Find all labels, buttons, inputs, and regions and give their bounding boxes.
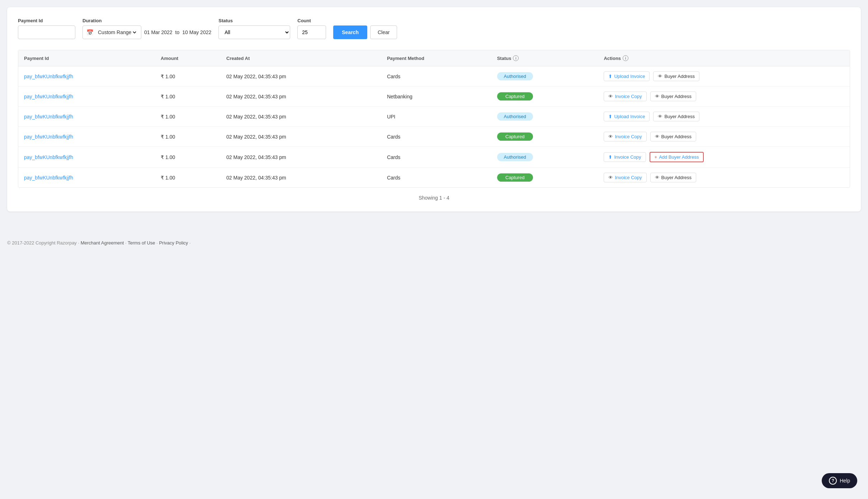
action2-button[interactable]: 👁 Buyer Address	[653, 112, 699, 121]
payment-id-link[interactable]: pay_bfwKUnbfkwfkjjfh	[24, 134, 73, 140]
cell-created-at: 02 May 2022, 04:35:43 pm	[221, 66, 381, 87]
eye-icon: 👁	[608, 94, 613, 99]
cell-created-at: 02 May 2022, 04:35:43 pm	[221, 127, 381, 147]
status-badge: Captured	[497, 173, 533, 182]
help-button[interactable]: ? Help	[822, 473, 857, 488]
cell-payment-id: pay_bfwKUnbfkwfkjjfh	[18, 127, 155, 147]
count-input[interactable]	[297, 25, 326, 39]
th-actions-label: Actions	[604, 56, 621, 61]
payments-table: Payment Id Amount Created At Payment Met…	[18, 50, 850, 187]
actions-wrapper: ⬆ Upload Invoice👁 Buyer Address	[604, 112, 844, 121]
status-info-icon[interactable]: i	[513, 55, 519, 61]
count-group: Count	[297, 18, 326, 39]
cell-payment-method: UPI	[381, 107, 491, 127]
footer-copyright: © 2017-2022 Copyright Razorpay ·	[7, 240, 81, 246]
status-label: Status	[218, 18, 290, 23]
table-row: pay_bfwKUnbfkwfkjjfh₹ 1.0002 May 2022, 0…	[18, 168, 850, 188]
eye-icon: 👁	[608, 134, 613, 139]
cell-payment-method: Cards	[381, 66, 491, 87]
payment-id-link[interactable]: pay_bfwKUnbfkwfkjjfh	[24, 175, 73, 181]
date-from: 01 Mar 2022	[144, 29, 173, 35]
actions-wrapper: 👁 Invoice Copy👁 Buyer Address	[604, 173, 844, 182]
duration-select-wrapper[interactable]: 📅 Custom Range	[82, 25, 141, 39]
table-row: pay_bfwKUnbfkwfkjjfh₹ 1.0002 May 2022, 0…	[18, 107, 850, 127]
cell-payment-id: pay_bfwKUnbfkwfkjjfh	[18, 107, 155, 127]
action1-button[interactable]: 👁 Invoice Copy	[604, 173, 646, 182]
cell-payment-method: Cards	[381, 168, 491, 188]
cell-payment-method: Cards	[381, 127, 491, 147]
action1-button[interactable]: ⬆ Upload Invoice	[604, 71, 650, 81]
payment-id-input[interactable]	[18, 25, 75, 39]
th-payment-method: Payment Method	[381, 50, 491, 66]
duration-wrapper: 📅 Custom Range 01 Mar 2022 to 10 May 202…	[82, 25, 211, 39]
cell-actions: ⬆ Invoice Copy+ Add Buyer Address	[598, 147, 850, 168]
cell-payment-id: pay_bfwKUnbfkwfkjjfh	[18, 87, 155, 107]
cell-created-at: 02 May 2022, 04:35:43 pm	[221, 87, 381, 107]
status-select[interactable]: All Authorised Captured Refunded Failed	[218, 25, 290, 39]
cell-payment-id: pay_bfwKUnbfkwfkjjfh	[18, 66, 155, 87]
action2-button[interactable]: 👁 Buyer Address	[650, 173, 697, 182]
action2-button[interactable]: + Add Buyer Address	[650, 152, 704, 162]
actions-info-icon[interactable]: i	[623, 55, 628, 61]
duration-label: Duration	[82, 18, 211, 23]
action2-button[interactable]: 👁 Buyer Address	[650, 132, 697, 141]
payment-id-link[interactable]: pay_bfwKUnbfkwfkjjfh	[24, 74, 73, 79]
eye-icon: 👁	[658, 74, 662, 79]
duration-group: Duration 📅 Custom Range 01 Mar 2022 to 1…	[82, 18, 211, 39]
table-header: Payment Id Amount Created At Payment Met…	[18, 50, 850, 66]
th-created-at-label: Created At	[226, 56, 250, 61]
payment-id-link[interactable]: pay_bfwKUnbfkwfkjjfh	[24, 114, 73, 120]
status-badge: Authorised	[497, 112, 533, 121]
footer-merchant-agreement[interactable]: Merchant Agreement	[81, 240, 124, 246]
payments-table-wrapper: Payment Id Amount Created At Payment Met…	[18, 50, 850, 188]
th-status: Status i	[491, 50, 598, 66]
footer-terms-of-use[interactable]: Terms of Use	[128, 240, 155, 246]
action1-button[interactable]: 👁 Invoice Copy	[604, 92, 646, 101]
clear-button[interactable]: Clear	[370, 25, 397, 39]
action2-button[interactable]: 👁 Buyer Address	[650, 92, 697, 101]
eye-icon: 👁	[608, 175, 613, 180]
th-payment-id-label: Payment Id	[24, 56, 49, 61]
upload-icon: ⬆	[608, 154, 612, 160]
cell-amount: ₹ 1.00	[155, 107, 221, 127]
th-status-label: Status	[497, 56, 511, 61]
cell-actions: 👁 Invoice Copy👁 Buyer Address	[598, 127, 850, 147]
action1-button[interactable]: 👁 Invoice Copy	[604, 132, 646, 141]
cell-created-at: 02 May 2022, 04:35:43 pm	[221, 168, 381, 188]
cell-payment-id: pay_bfwKUnbfkwfkjjfh	[18, 147, 155, 168]
cell-status: Captured	[491, 127, 598, 147]
table-row: pay_bfwKUnbfkwfkjjfh₹ 1.0002 May 2022, 0…	[18, 147, 850, 168]
status-badge: Captured	[497, 132, 533, 141]
upload-icon: ⬆	[608, 74, 612, 79]
eye-icon: 👁	[658, 114, 662, 119]
th-amount: Amount	[155, 50, 221, 66]
help-label: Help	[840, 478, 850, 484]
eye-icon: 👁	[655, 94, 660, 99]
action1-button[interactable]: ⬆ Upload Invoice	[604, 112, 650, 121]
table-body: pay_bfwKUnbfkwfkjjfh₹ 1.0002 May 2022, 0…	[18, 66, 850, 188]
action1-button[interactable]: ⬆ Invoice Copy	[604, 152, 646, 162]
table-row: pay_bfwKUnbfkwfkjjfh₹ 1.0002 May 2022, 0…	[18, 127, 850, 147]
status-badge: Captured	[497, 92, 533, 101]
eye-icon: 👁	[655, 134, 660, 139]
footer-privacy-policy[interactable]: Privacy Policy	[159, 240, 188, 246]
cell-status: Captured	[491, 87, 598, 107]
plus-icon: +	[655, 154, 657, 160]
th-created-at: Created At	[221, 50, 381, 66]
cell-actions: 👁 Invoice Copy👁 Buyer Address	[598, 168, 850, 188]
search-button[interactable]: Search	[333, 25, 367, 39]
help-circle-icon: ?	[829, 477, 837, 485]
payment-id-link[interactable]: pay_bfwKUnbfkwfkjjfh	[24, 154, 73, 160]
actions-wrapper: 👁 Invoice Copy👁 Buyer Address	[604, 132, 844, 141]
count-label: Count	[297, 18, 326, 23]
payment-id-group: Payment Id	[18, 18, 75, 39]
status-badge: Authorised	[497, 153, 533, 161]
main-container: Payment Id Duration 📅 Custom Range 01 Ma…	[7, 7, 861, 211]
cell-status: Authorised	[491, 66, 598, 87]
payment-id-link[interactable]: pay_bfwKUnbfkwfkjjfh	[24, 94, 73, 99]
table-row: pay_bfwKUnbfkwfkjjfh₹ 1.0002 May 2022, 0…	[18, 87, 850, 107]
duration-select[interactable]: Custom Range	[96, 29, 137, 36]
date-separator: to	[175, 29, 180, 35]
action2-button[interactable]: 👁 Buyer Address	[653, 71, 699, 81]
table-row: pay_bfwKUnbfkwfkjjfh₹ 1.0002 May 2022, 0…	[18, 66, 850, 87]
